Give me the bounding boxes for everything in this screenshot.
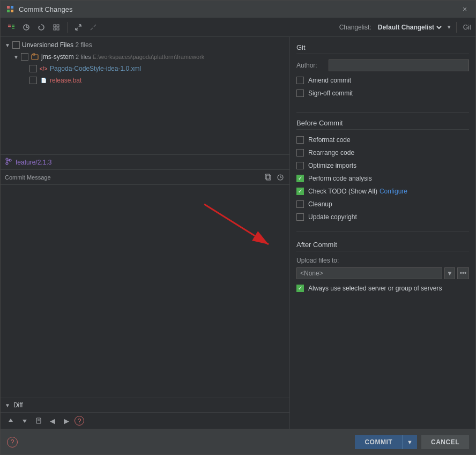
configure-link[interactable]: Configure <box>380 188 407 195</box>
help-button[interactable]: ? <box>7 437 18 447</box>
tree-file-bat[interactable]: ▶ 📄 release.bat <box>1 74 289 86</box>
commit-dialog-icon <box>6 5 14 13</box>
tree-module-label: jms-system 2 files E:\workspaces\pagoda\… <box>41 53 204 61</box>
bottom-right: COMMIT ▼ CANCEL <box>355 435 469 449</box>
signoff-commit-label[interactable]: Sign-off commit <box>308 89 353 97</box>
diff-file-icon[interactable] <box>33 415 44 427</box>
diff-toolbar: ◀ ▶ ? <box>1 412 289 429</box>
after-commit-section: After Commit Upload files to: <None> ▼ •… <box>296 241 469 296</box>
svg-rect-14 <box>57 25 59 27</box>
todo-checkbox[interactable] <box>296 188 304 195</box>
svg-marker-37 <box>23 420 27 423</box>
rearrange-label[interactable]: Rearrange code <box>308 149 354 156</box>
svg-rect-25 <box>32 55 38 59</box>
tree-file-xml[interactable]: ▶ </> Pagoda-CodeStyle-idea-1.0.xml <box>1 63 289 74</box>
tree-checkbox-unversioned[interactable] <box>12 41 20 49</box>
svg-rect-7 <box>12 26 14 27</box>
svg-rect-8 <box>12 28 14 29</box>
cleanup-label[interactable]: Cleanup <box>308 200 332 208</box>
xml-file-icon: </> <box>39 64 48 73</box>
commit-msg-icons <box>264 173 285 182</box>
copyright-label[interactable]: Update copyright <box>308 213 357 221</box>
diff-help-icon[interactable]: ? <box>75 416 84 426</box>
diff-right-icon[interactable]: ▶ <box>61 415 72 427</box>
dialog-title: Commit Changes <box>19 5 72 13</box>
collapse-icon[interactable] <box>87 21 100 34</box>
expand-icon[interactable] <box>72 21 85 34</box>
diff-next-icon[interactable] <box>19 415 31 427</box>
amend-commit-checkbox[interactable] <box>296 77 304 84</box>
svg-marker-36 <box>9 419 13 422</box>
signoff-commit-row: Sign-off commit <box>296 88 469 98</box>
tree-checkbox-xml[interactable] <box>29 65 37 72</box>
commit-message-area: Commit Message <box>1 170 289 398</box>
always-use-checkbox[interactable] <box>296 285 304 292</box>
history-icon[interactable] <box>20 21 33 34</box>
grid-icon[interactable] <box>50 21 63 34</box>
copy-template-icon[interactable] <box>264 173 273 182</box>
todo-row: Check TODO (Show All) Configure <box>296 187 469 196</box>
refresh-icon[interactable] <box>35 21 48 34</box>
left-panel: ▼ Unversioned Files 2 files ▼ <box>1 37 290 429</box>
tree-arrow-unversioned: ▼ <box>5 42 12 48</box>
tree-module-jms[interactable]: ▼ jms-system 2 files E:\workspaces\pagod… <box>1 51 289 63</box>
svg-rect-3 <box>11 10 13 12</box>
history-msg-icon[interactable] <box>276 173 285 182</box>
upload-server-dropdown[interactable]: <None> <box>296 267 442 279</box>
commit-button[interactable]: COMMIT <box>355 435 402 449</box>
diff-icon[interactable] <box>5 21 18 34</box>
optimize-checkbox[interactable] <box>296 162 304 169</box>
svg-rect-5 <box>8 26 11 27</box>
branch-name: feature/2.1.3 <box>16 159 51 166</box>
commit-message-input[interactable] <box>1 185 289 398</box>
tree-file-xml-label: Pagoda-CodeStyle-idea-1.0.xml <box>50 65 141 72</box>
before-commit-section: Before Commit Reformat code Rearrange co… <box>296 119 469 225</box>
cleanup-checkbox[interactable] <box>296 200 304 208</box>
cancel-button[interactable]: CANCEL <box>421 435 469 449</box>
bat-file-icon: 📄 <box>39 76 48 85</box>
reformat-checkbox[interactable] <box>296 136 304 144</box>
branch-indicator: feature/2.1.3 <box>1 155 289 170</box>
dropdown-more-btn[interactable]: ••• <box>457 267 469 279</box>
todo-label[interactable]: Check TODO (Show All) <box>308 188 377 195</box>
bottom-left: ? <box>7 437 18 447</box>
commit-dropdown-button[interactable]: ▼ <box>402 435 417 449</box>
upload-dropdown-row: <None> ▼ ••• <box>296 267 469 279</box>
changelist-dropdown[interactable]: Default Changelist <box>376 23 443 32</box>
svg-rect-6 <box>12 25 14 26</box>
amend-commit-label[interactable]: Amend commit <box>308 77 351 84</box>
optimize-row: Optimize imports <box>296 161 469 170</box>
tree-arrow-jms: ▼ <box>13 54 21 60</box>
svg-point-28 <box>6 162 8 165</box>
dropdown-arrow-btn[interactable]: ▼ <box>444 267 455 279</box>
amend-commit-row: Amend commit <box>296 76 469 85</box>
diff-left-icon[interactable]: ◀ <box>47 415 58 427</box>
git-label: Git <box>463 24 471 31</box>
tree-checkbox-bat[interactable] <box>29 77 37 84</box>
optimize-label[interactable]: Optimize imports <box>308 162 356 169</box>
diff-toggle-icon: ▼ <box>5 402 10 408</box>
bottom-bar: ? COMMIT ▼ CANCEL <box>1 429 475 454</box>
rearrange-row: Rearrange code <box>296 148 469 158</box>
tree-checkbox-jms[interactable] <box>21 53 28 61</box>
svg-marker-12 <box>39 26 40 28</box>
always-use-label[interactable]: Always use selected server or group of s… <box>308 285 442 292</box>
analyze-checkbox[interactable] <box>296 175 304 182</box>
diff-prev-icon[interactable] <box>5 415 17 427</box>
branch-icon <box>5 158 12 167</box>
diff-header[interactable]: ▼ Diff <box>1 398 289 412</box>
title-bar-left: Commit Changes <box>6 5 72 13</box>
reformat-label[interactable]: Reformat code <box>308 136 351 144</box>
main-content: ▼ Unversioned Files 2 files ▼ <box>1 37 475 429</box>
svg-rect-13 <box>54 25 56 27</box>
analyze-label[interactable]: Perform code analysis <box>308 175 372 182</box>
tree-group-unversioned[interactable]: ▼ Unversioned Files 2 files <box>1 39 289 51</box>
module-icon <box>31 53 39 61</box>
copyright-checkbox[interactable] <box>296 213 304 221</box>
title-bar: Commit Changes × <box>1 1 475 18</box>
rearrange-checkbox[interactable] <box>296 149 304 156</box>
close-button[interactable]: × <box>459 4 470 14</box>
author-input[interactable] <box>329 59 469 71</box>
signoff-commit-checkbox[interactable] <box>296 89 304 97</box>
before-commit-title: Before Commit <box>296 119 469 130</box>
